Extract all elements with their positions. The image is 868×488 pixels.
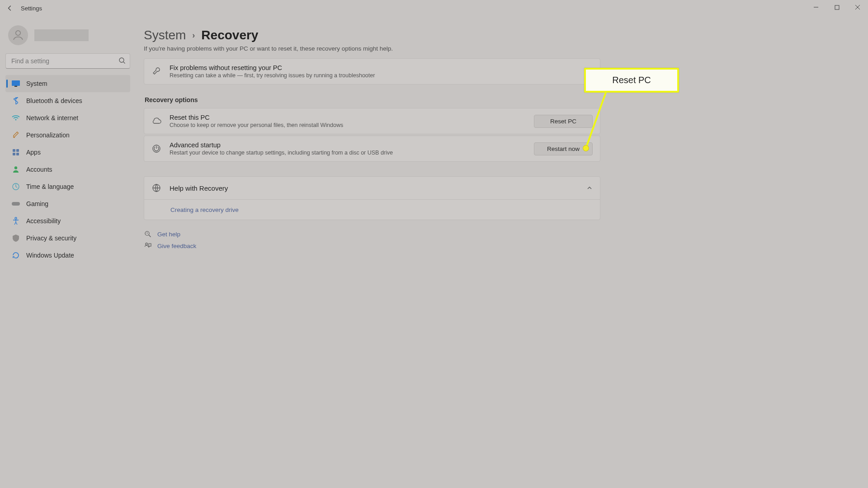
sidebar-item-time-language[interactable]: Time & language [5, 178, 130, 195]
help-link-recovery-drive[interactable]: Creating a recovery drive [170, 206, 239, 213]
accessibility-icon [12, 217, 20, 225]
sidebar-item-personalization[interactable]: Personalization [5, 127, 130, 144]
svg-point-5 [15, 119, 17, 121]
feedback-icon [144, 242, 152, 250]
svg-rect-6 [13, 149, 15, 152]
svg-point-17 [146, 243, 148, 245]
main-pane: System › Recovery If you're having probl… [136, 16, 868, 488]
sidebar-item-privacy[interactable]: Privacy & security [5, 230, 130, 247]
shield-icon [12, 234, 20, 242]
apps-icon [12, 148, 20, 156]
close-button[interactable] [847, 0, 868, 14]
gamepad-icon [12, 200, 20, 208]
sidebar-item-gaming[interactable]: Gaming [5, 195, 130, 212]
sidebar-item-network[interactable]: Network & internet [5, 109, 130, 127]
profile-block[interactable] [8, 25, 130, 45]
sidebar-item-bluetooth[interactable]: Bluetooth & devices [5, 92, 130, 109]
update-icon [12, 251, 20, 259]
maximize-button[interactable] [826, 0, 847, 14]
avatar [8, 25, 28, 45]
wifi-icon [12, 114, 20, 122]
person-icon [12, 165, 20, 174]
sidebar-item-apps[interactable]: Apps [5, 144, 130, 161]
sidebar-item-label: Windows Update [26, 252, 74, 259]
nav-list: System Bluetooth & devices Network & int… [5, 75, 130, 264]
svg-rect-4 [14, 86, 17, 87]
titlebar: Settings [0, 0, 868, 16]
sidebar-item-system[interactable]: System [5, 75, 130, 92]
help-expander: Help with Recovery Creating a recovery d… [144, 176, 600, 220]
svg-point-1 [16, 31, 21, 36]
sidebar-item-accessibility[interactable]: Accessibility [5, 212, 130, 230]
card-reset-this-pc: Reset this PC Choose to keep or remove y… [144, 108, 600, 134]
breadcrumb: System › Recovery [144, 28, 841, 42]
help-expander-title: Help with Recovery [170, 184, 578, 192]
search-input-wrapper [5, 53, 130, 69]
help-icon [144, 230, 152, 238]
cloud-reset-icon [151, 116, 161, 126]
card-title: Fix problems without resetting your PC [170, 64, 593, 71]
advanced-startup-icon [151, 144, 161, 154]
card-title: Reset this PC [170, 114, 526, 121]
get-help-link[interactable]: Get help [157, 231, 180, 238]
page-title: Recovery [201, 28, 258, 42]
give-feedback-link[interactable]: Give feedback [157, 243, 196, 249]
sidebar-item-label: Accounts [26, 166, 52, 173]
display-icon [12, 80, 20, 88]
svg-point-13 [15, 217, 17, 219]
user-name-placeholder [34, 29, 89, 41]
sidebar-item-label: System [26, 80, 47, 87]
minimize-button[interactable] [806, 0, 826, 14]
svg-rect-3 [12, 80, 20, 86]
sidebar-item-label: Bluetooth & devices [26, 97, 82, 104]
sidebar-item-label: Personalization [26, 131, 70, 139]
svg-point-2 [119, 58, 124, 62]
svg-point-10 [14, 166, 17, 169]
sidebar-item-label: Gaming [26, 200, 48, 207]
sidebar-item-label: Accessibility [26, 217, 61, 225]
sidebar: System Bluetooth & devices Network & int… [0, 16, 136, 488]
help-expander-header[interactable]: Help with Recovery [144, 177, 600, 199]
breadcrumb-parent[interactable]: System [144, 28, 186, 42]
card-subtitle: Resetting can take a while — first, try … [170, 72, 593, 79]
svg-rect-7 [16, 149, 19, 152]
chevron-up-icon [586, 185, 593, 191]
sidebar-item-windows-update[interactable]: Windows Update [5, 247, 130, 264]
annotation-dot [583, 145, 589, 151]
annotation-callout: Reset PC [584, 68, 679, 93]
sidebar-item-label: Time & language [26, 183, 74, 190]
sidebar-item-label: Privacy & security [26, 235, 76, 242]
card-advanced-startup: Advanced startup Restart your device to … [144, 136, 600, 162]
globe-clock-icon [12, 183, 20, 191]
card-troubleshoot[interactable]: Fix problems without resetting your PC R… [144, 58, 600, 84]
search-input[interactable] [5, 53, 130, 69]
svg-rect-8 [13, 153, 15, 155]
card-title: Advanced startup [170, 141, 526, 149]
paintbrush-icon [12, 131, 20, 139]
wrench-icon [151, 66, 161, 76]
bluetooth-icon [12, 97, 20, 105]
chevron-right-icon: › [192, 31, 195, 40]
reset-pc-button[interactable]: Reset PC [534, 115, 593, 128]
svg-rect-9 [16, 153, 19, 155]
svg-rect-0 [835, 5, 839, 9]
card-subtitle: Restart your device to change startup se… [170, 150, 526, 156]
sidebar-item-accounts[interactable]: Accounts [5, 161, 130, 178]
window-title: Settings [21, 5, 42, 12]
section-recovery-options: Recovery options [145, 96, 841, 103]
svg-rect-12 [12, 202, 20, 206]
page-subtitle: If you're having problems with your PC o… [144, 45, 841, 52]
card-subtitle: Choose to keep or remove your personal f… [170, 122, 526, 128]
back-button[interactable] [5, 3, 15, 14]
globe-icon [151, 183, 161, 193]
search-icon [118, 57, 126, 64]
sidebar-item-label: Network & internet [26, 114, 78, 122]
sidebar-item-label: Apps [26, 149, 41, 156]
